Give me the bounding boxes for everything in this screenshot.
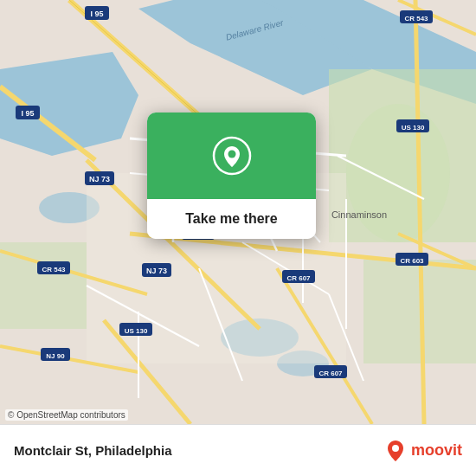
svg-text:Cinnaminson: Cinnaminson: [331, 209, 387, 220]
svg-text:CR 543: CR 543: [42, 266, 66, 273]
take-me-there-button[interactable]: Take me there: [147, 199, 316, 239]
svg-point-66: [228, 151, 235, 158]
svg-text:US 130: US 130: [125, 327, 148, 335]
map-attribution: © OpenStreetMap contributors: [5, 409, 128, 421]
moovit-logo: moovit: [383, 439, 462, 463]
svg-text:I 95: I 95: [90, 10, 103, 18]
popup-header: [147, 113, 316, 199]
svg-text:NJ 73: NJ 73: [146, 267, 167, 275]
svg-text:NJ 73: NJ 73: [89, 175, 110, 183]
popup-card: Take me there: [147, 113, 316, 239]
svg-text:CR 607: CR 607: [318, 370, 343, 377]
svg-text:CR 603: CR 603: [400, 257, 424, 265]
location-pin-icon: [212, 136, 252, 176]
svg-point-67: [392, 445, 399, 452]
bottom-bar: Montclair St, Philadelphia moovit: [0, 424, 476, 476]
location-info: Montclair St, Philadelphia: [14, 443, 172, 458]
svg-text:CR 607: CR 607: [286, 274, 311, 282]
map: I 95 I 95 NJ 73 NJ 73 CR 607 CR 607 CR 6…: [0, 0, 476, 424]
moovit-label: moovit: [411, 441, 462, 460]
location-name: Montclair St, Philadelphia: [14, 443, 172, 458]
svg-text:I 95: I 95: [21, 109, 34, 118]
svg-text:NJ 90: NJ 90: [46, 352, 65, 360]
svg-text:US 130: US 130: [402, 124, 425, 132]
moovit-icon: [383, 439, 408, 463]
svg-text:CR 543: CR 543: [404, 15, 428, 23]
